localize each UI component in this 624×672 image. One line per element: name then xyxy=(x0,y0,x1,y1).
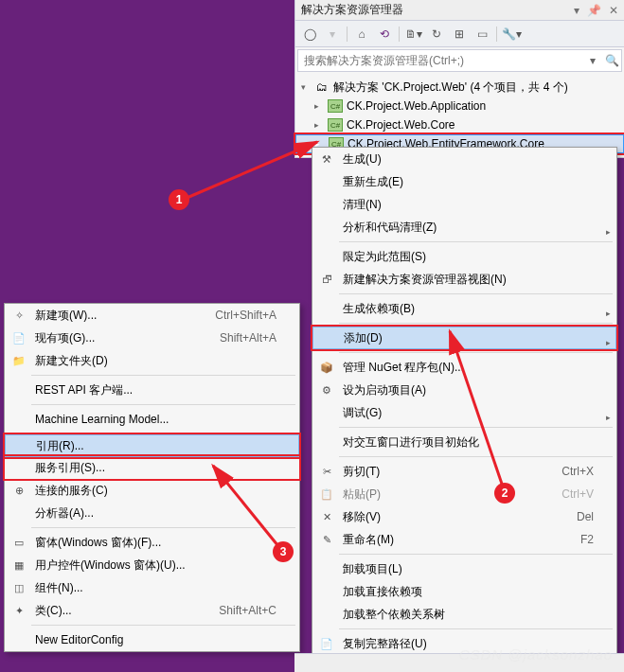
cut-icon: ✂ xyxy=(318,464,335,479)
menu-winform[interactable]: ▭窗体(Windows 窗体)(F)... xyxy=(5,531,299,554)
services-icon: ⊕ xyxy=(10,483,27,498)
back-icon[interactable]: ◯ xyxy=(299,24,320,44)
menu-analyzer[interactable]: 分析器(A)... xyxy=(5,502,299,524)
solution-node[interactable]: 🗂 解决方案 'CK.Project.Web' (4 个项目，共 4 个) xyxy=(295,78,624,97)
search-dropdown-icon[interactable]: ▾ xyxy=(583,54,602,67)
menu-clean[interactable]: 清理(N) xyxy=(312,193,616,216)
class-icon: ✦ xyxy=(10,603,27,618)
menu-analyze[interactable]: 分析和代码清理(Z) xyxy=(312,216,616,239)
close-icon[interactable]: ✕ xyxy=(609,4,618,17)
pin-icon[interactable]: 📌 xyxy=(587,4,601,17)
menu-startup[interactable]: ⚙设为启动项目(A) xyxy=(312,379,616,401)
menu-ml-model[interactable]: Machine Learning Model... xyxy=(5,408,299,431)
menu-rebuild[interactable]: 重新生成(E) xyxy=(312,170,616,193)
panel-title: 解决方案资源管理器 xyxy=(301,2,574,18)
menu-class[interactable]: ✦类(C)...Shift+Alt+C xyxy=(5,599,299,622)
nuget-icon: 📦 xyxy=(318,360,335,375)
delete-icon: ✕ xyxy=(318,509,335,524)
solution-tree: 🗂 解决方案 'CK.Project.Web' (4 个项目，共 4 个) C#… xyxy=(295,74,624,158)
menu-rest-client[interactable]: REST API 客户端... xyxy=(5,379,299,401)
menu-new-folder[interactable]: 📁新建文件夹(D) xyxy=(5,349,299,372)
menu-cut[interactable]: ✂剪切(T)Ctrl+X xyxy=(312,460,616,483)
callout-3: 3 xyxy=(273,541,294,562)
solution-explorer-panel: 解决方案资源管理器 ▾ 📌 ✕ ◯ ▾ ⌂ ⟲ 🗎▾ ↻ ⊞ ▭ 🔧▾ ▾ 🔍 … xyxy=(294,0,624,158)
properties-icon[interactable]: 🔧▾ xyxy=(501,24,522,44)
project-context-menu: ⚒生成(U) 重新生成(E) 清理(N) 分析和代码清理(Z) 限定为此范围(S… xyxy=(312,147,617,672)
menu-nuget[interactable]: 📦管理 NuGet 程序包(N)... xyxy=(312,356,616,379)
menu-newview[interactable]: 🗗新建解决方案资源管理器视图(N) xyxy=(312,268,616,291)
add-submenu: ✧新建项(W)...Ctrl+Shift+A 📄现有项(G)...Shift+A… xyxy=(4,303,300,652)
menu-unload[interactable]: 卸载项目(L) xyxy=(312,557,616,580)
home-icon[interactable]: ⌂ xyxy=(351,24,372,44)
watermark: CSDN @jacksonzhao xyxy=(459,646,613,663)
menu-new-item[interactable]: ✧新建项(W)...Ctrl+Shift+A xyxy=(5,304,299,327)
project-node[interactable]: C# CK.Project.Web.Core xyxy=(295,115,624,134)
forward-icon[interactable]: ▾ xyxy=(322,24,343,44)
menu-component[interactable]: ◫组件(N)... xyxy=(5,576,299,599)
solution-icon: 🗂 xyxy=(314,80,330,94)
callout-2: 2 xyxy=(494,483,515,504)
build-icon: ⚒ xyxy=(318,151,335,167)
copy-icon: 📄 xyxy=(318,636,335,651)
panel-titlebar: 解决方案资源管理器 ▾ 📌 ✕ xyxy=(295,0,624,21)
sync-icon[interactable]: ⟲ xyxy=(374,24,395,44)
dropdown-icon[interactable]: ▾ xyxy=(574,4,579,17)
menu-paste[interactable]: 📋粘贴(P)Ctrl+V xyxy=(312,483,616,505)
paste-icon: 📋 xyxy=(318,486,335,502)
showall-icon[interactable]: ⊞ xyxy=(449,24,470,44)
new-item-icon: ✧ xyxy=(10,308,27,323)
menu-scope[interactable]: 限定为此范围(S) xyxy=(312,245,616,268)
menu-build[interactable]: ⚒生成(U) xyxy=(312,148,616,170)
menu-editorconfig[interactable]: New EditorConfig xyxy=(5,628,299,651)
menu-rename[interactable]: ✎重命名(M)F2 xyxy=(312,528,616,551)
menu-existing-item[interactable]: 📄现有项(G)...Shift+Alt+A xyxy=(5,327,299,349)
csharp-icon: C# xyxy=(328,99,343,113)
collapse-icon[interactable]: ▭ xyxy=(472,24,492,44)
solution-label: 解决方案 'CK.Project.Web' (4 个项目，共 4 个) xyxy=(333,80,568,96)
project-node[interactable]: C# CK.Project.Web.Application xyxy=(295,97,624,115)
view-icon: 🗗 xyxy=(318,272,335,287)
project-label: CK.Project.Web.Application xyxy=(347,99,486,113)
save-icon[interactable]: 🗎▾ xyxy=(403,24,424,44)
menu-interactive[interactable]: 对交互窗口进行项目初始化 xyxy=(312,431,616,453)
refresh-icon[interactable]: ↻ xyxy=(426,24,447,44)
menu-debug[interactable]: 调试(G) xyxy=(312,401,616,424)
menu-load-direct[interactable]: 加载直接依赖项 xyxy=(312,580,616,603)
component-icon: ◫ xyxy=(10,580,27,595)
callout-1: 1 xyxy=(169,189,189,210)
csharp-icon: C# xyxy=(328,118,343,132)
search-input[interactable] xyxy=(298,54,583,67)
menu-load-tree[interactable]: 加载整个依赖关系树 xyxy=(312,603,616,626)
panel-toolbar: ◯ ▾ ⌂ ⟲ 🗎▾ ↻ ⊞ ▭ 🔧▾ xyxy=(295,21,624,47)
search-box[interactable]: ▾ 🔍 xyxy=(297,49,622,72)
menu-remove[interactable]: ✕移除(V)Del xyxy=(312,505,616,528)
gear-icon: ⚙ xyxy=(318,382,335,398)
menu-add[interactable]: 添加(D) xyxy=(312,327,616,349)
menu-reference[interactable]: 引用(R)... xyxy=(5,434,299,457)
menu-connected-service[interactable]: ⊕连接的服务(C) xyxy=(5,479,299,502)
control-icon: ▦ xyxy=(10,557,27,573)
rename-icon: ✎ xyxy=(318,532,335,547)
menu-usercontrol[interactable]: ▦用户控件(Windows 窗体)(U)... xyxy=(5,554,299,576)
menu-service-ref[interactable]: 服务引用(S)... xyxy=(5,456,299,479)
menu-dependencies[interactable]: 生成依赖项(B) xyxy=(312,297,616,320)
form-icon: ▭ xyxy=(10,535,27,550)
search-icon[interactable]: 🔍 xyxy=(602,54,621,67)
folder-icon: 📁 xyxy=(10,353,27,368)
project-label: CK.Project.Web.Core xyxy=(347,118,455,132)
existing-item-icon: 📄 xyxy=(10,330,27,345)
